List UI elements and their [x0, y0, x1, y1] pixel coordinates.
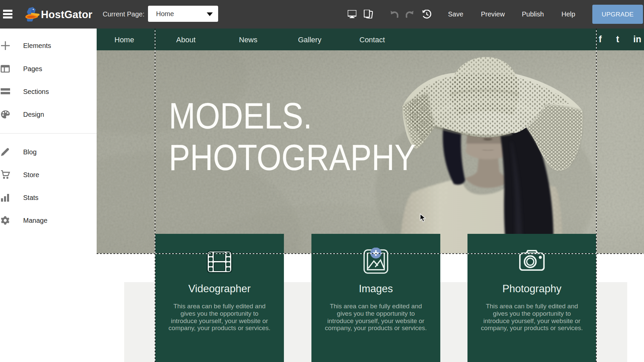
svg-text:PHOTOGRAPHY: PHOTOGRAPHY — [169, 137, 416, 178]
svg-text:MODELS.: MODELS. — [169, 95, 312, 136]
